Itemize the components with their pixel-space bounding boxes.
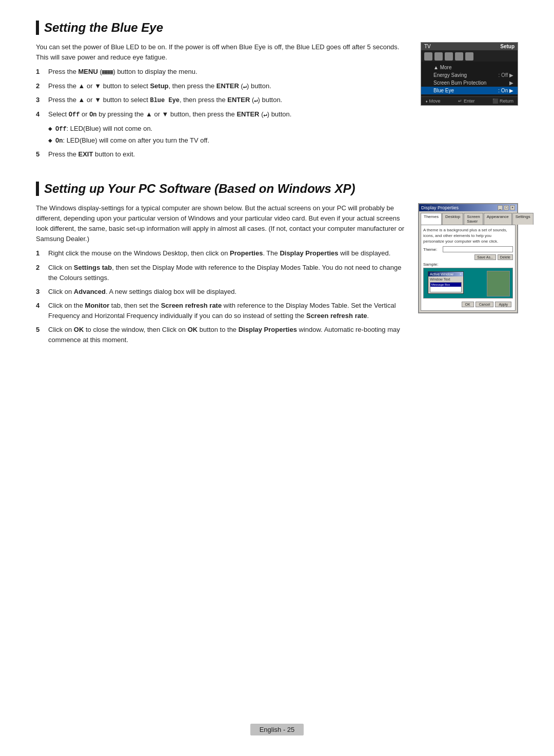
bullet-on-content: On: LED(Blue) will come on after you tur… — [55, 135, 209, 146]
tv-menu-screen: Screen Burn Protection ▶ — [421, 79, 518, 87]
heading-bar — [36, 21, 39, 35]
dp-active-window: Active Window × Window Text Message Box — [428, 271, 464, 294]
dp-titlebar: Display Properties _ □ × — [419, 204, 517, 211]
pc-step1: 1 Right click the mouse on the Windows D… — [36, 248, 409, 258]
pc-step1-properties: Properties — [230, 249, 263, 257]
step2-num: 2 — [36, 81, 44, 92]
step4: 4 Select Off or On by pressing the ▲ or … — [36, 109, 411, 120]
step3: 3 Press the ▲ or ▼ button to select Blue… — [36, 95, 411, 106]
section1-text: You can set the power of Blue LED to be … — [36, 42, 411, 163]
pc-step4-rate1: Screen refresh rate — [161, 302, 222, 309]
tv-icon-3 — [445, 52, 453, 61]
dp-sample-label: Sample: — [423, 262, 513, 267]
step4-enter: ENTER — [236, 110, 259, 118]
tv-menu-footer: ⬧ Move ↵ Enter ⬛ Return — [421, 96, 518, 105]
tv-icons-row — [421, 50, 518, 62]
tv-menu-energy: Energy Saving : Off ▶ — [421, 71, 518, 79]
pc-step3-content: Click on Advanced. A new settings dialog… — [48, 287, 409, 297]
dp-tab-appearance: Appearance — [484, 213, 512, 225]
section2-intro: The Windows display-settings for a typic… — [36, 203, 409, 245]
pc-step2: 2 Click on Settings tab, then set the Di… — [36, 263, 409, 283]
step1-menu-label: MENU — [78, 68, 98, 75]
pc-step5-content: Click on OK to close the window, then Cl… — [48, 325, 409, 345]
step4-off: Off — [69, 111, 80, 118]
step2: 2 Press the ▲ or ▼ button to select Setu… — [36, 81, 411, 92]
tv-menu-blueeye: Blue Eye : On ▶ — [421, 87, 518, 94]
tv-icon-2 — [434, 52, 443, 61]
dp-theme-label: Theme: — [423, 247, 441, 252]
pc-step4-content: Click on the Monitor tab, then set the S… — [48, 301, 409, 321]
tv-icon-5 — [465, 52, 473, 61]
step3-symbol: ↵ — [254, 97, 258, 104]
pc-step4-monitor: Monitor — [85, 302, 110, 309]
page-footer: English - 25 — [0, 724, 554, 735]
step2-setup: Setup — [150, 82, 168, 90]
step3-num: 3 — [36, 95, 44, 106]
tv-menu-more-label: ▲ More — [433, 65, 451, 70]
step5-exit: EXIT — [78, 150, 93, 158]
dp-window-text-label: Window Text — [430, 277, 462, 281]
dp-aw-title-text: Active Window — [430, 272, 453, 276]
step3-code: Blue Eye — [150, 97, 180, 104]
dp-minimize-btn: _ — [498, 205, 503, 210]
tv-menu-energy-value: : Off ▶ — [499, 72, 514, 78]
tv-menu-header: TV Setup — [421, 43, 518, 50]
tv-menu-items: ▲ More Energy Saving : Off ▶ Screen Burn… — [421, 62, 518, 96]
pc-step1-content: Right click the mouse on the Windows Des… — [48, 248, 409, 258]
dp-aw-btns: × — [460, 272, 462, 276]
step1-content: Press the MENU (▦▦▦) button to display t… — [48, 67, 411, 77]
step3-content: Press the ▲ or ▼ button to select Blue E… — [48, 95, 411, 106]
dp-ok-btn: OK — [462, 302, 474, 307]
bullet-on: On: LED(Blue) will come on after you tur… — [48, 135, 411, 146]
heading-bar2 — [36, 182, 39, 196]
section1-content: You can set the power of Blue LED to be … — [36, 42, 518, 163]
bullet-off: Off: LED(Blue) will not come on. — [48, 124, 411, 134]
step1-num: 1 — [36, 67, 44, 77]
section2-text: The Windows display-settings for a typic… — [36, 203, 409, 349]
display-properties-window: Display Properties _ □ × Themes Desktop … — [418, 203, 518, 314]
section2-steps: 1 Right click the mouse on the Windows D… — [36, 248, 409, 345]
section-pc-software: Setting up Your PC Software (Based on Wi… — [36, 182, 518, 349]
step4-content: Select Off or On by pressing the ▲ or ▼ … — [48, 109, 411, 120]
dp-title-text: Display Properties — [421, 205, 459, 210]
tv-header-left: TV — [424, 44, 431, 49]
dp-aw-titlebar: Active Window × — [428, 272, 463, 276]
dp-body: A theme is a background plus a set of so… — [421, 225, 516, 311]
pc-step3-num: 3 — [36, 287, 44, 297]
tv-footer-enter: ↵ Enter — [458, 98, 474, 104]
section1-intro: You can set the power of Blue LED to be … — [36, 42, 411, 63]
dp-aw-body: Window Text Message Box — [428, 276, 463, 293]
bullet-off-content: Off: LED(Blue) will not come on. — [55, 124, 152, 134]
tv-setup-menu: TV Setup ▲ More Energy Saving — [421, 42, 518, 106]
section1-steps: 1 Press the MENU (▦▦▦) button to display… — [36, 67, 411, 120]
step5-num: 5 — [36, 149, 44, 160]
step1-symbol: ▦▦▦ — [102, 69, 113, 76]
tv-menu-screen-label: Screen Burn Protection — [433, 80, 486, 86]
step4-num: 4 — [36, 109, 44, 120]
pc-step4-num: 4 — [36, 301, 44, 321]
step2-enter: ENTER — [216, 82, 239, 90]
bullet-off-code: Off — [55, 126, 67, 133]
tv-icon-4 — [455, 52, 463, 61]
tv-menu-blueeye-label: Blue Eye — [433, 88, 454, 93]
dp-tab-screensaver: Screen Saver — [464, 213, 483, 225]
tv-menu-more: ▲ More — [421, 64, 518, 71]
dp-apply-btn: Apply — [495, 302, 511, 307]
pc-step2-num: 2 — [36, 263, 44, 283]
pc-step5: 5 Click on OK to close the window, then … — [36, 325, 409, 345]
step2-content: Press the ▲ or ▼ button to select Setup,… — [48, 81, 411, 92]
dp-tab-themes: Themes — [421, 213, 442, 225]
dp-aw-inner: Message Box — [430, 282, 462, 292]
dp-aw-inner-title: Message Box — [430, 283, 461, 287]
tv-menu-energy-label: Energy Saving — [433, 72, 467, 78]
dp-close-btn: × — [510, 205, 515, 210]
dp-delete-btn: Delete — [498, 254, 513, 260]
dp-cancel-btn: Cancel — [476, 302, 494, 307]
pc-step4-rate2: Screen refresh rate — [306, 312, 367, 320]
pc-step5-ok2: OK — [188, 326, 198, 333]
tv-setup-screenshot: TV Setup ▲ More Energy Saving — [421, 42, 518, 106]
section2-title: Setting up Your PC Software (Based on Wi… — [44, 182, 355, 196]
pc-step1-num: 1 — [36, 248, 44, 258]
display-props-screenshot: Display Properties _ □ × Themes Desktop … — [418, 203, 518, 314]
dp-wallpaper-area — [487, 271, 510, 296]
